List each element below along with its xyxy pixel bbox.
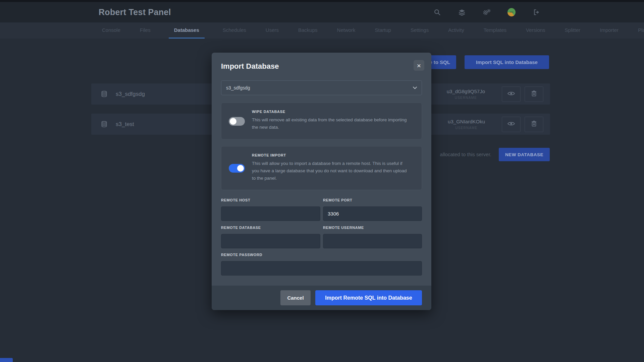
database-name: s3_test [116, 121, 134, 128]
app-root: Robert Test Panel Console Files Database… [0, 0, 644, 362]
close-icon[interactable]: × [414, 60, 424, 71]
header-bar: Robert Test Panel [0, 2, 644, 22]
remote-username-label: REMOTE USERNAME [323, 226, 364, 230]
remote-password-input[interactable] [221, 261, 422, 276]
wipe-database-option: WIPE DATABASE This will remove all exist… [221, 103, 422, 139]
modal-title: Import Database [221, 62, 279, 71]
import-remote-sql-button[interactable]: Import Remote SQL into Database [315, 290, 422, 305]
tab-activity[interactable]: Activity [447, 22, 466, 39]
import-database-modal: Import Database × s3_sdfgsdg WIPE DATABA… [212, 53, 431, 310]
remote-port-input[interactable] [323, 206, 422, 221]
tab-settings[interactable]: Settings [409, 22, 430, 39]
trash-icon [531, 121, 537, 128]
import-sql-into-database-button[interactable]: Import SQL into Database [465, 55, 549, 69]
toggle-knob [230, 118, 236, 125]
database-username: u3_dG8g9Q57Jo [447, 88, 485, 94]
trash-icon [531, 90, 537, 98]
tab-users[interactable]: Users [264, 22, 280, 39]
database-select[interactable]: s3_sdfgsdg [221, 80, 422, 95]
remote-database-label: REMOTE DATABASE [221, 226, 261, 230]
wipe-database-description: This will remove all existing data from … [252, 116, 413, 131]
database-select-value: s3_sdfgsdg [226, 85, 250, 90]
toggle-knob [237, 165, 244, 172]
panel-title: Robert Test Panel [99, 2, 171, 22]
header-icons [433, 2, 540, 22]
delete-database-button[interactable] [525, 117, 543, 132]
tab-splitter[interactable]: Splitter [564, 22, 582, 39]
tab-files[interactable]: Files [139, 22, 152, 39]
database-name: s3_sdfgsdg [116, 91, 145, 98]
eye-icon [507, 91, 515, 97]
remote-import-option: REMOTE IMPORT This will allow you to imp… [221, 146, 422, 190]
remote-import-description: This will allow you to import a database… [252, 160, 409, 182]
remote-port-label: REMOTE PORT [323, 198, 352, 202]
new-database-button[interactable]: NEW DATABASE [499, 148, 550, 161]
tab-versions[interactable]: Versions [525, 22, 547, 39]
tab-players[interactable]: Players [637, 22, 644, 39]
remote-database-input[interactable] [221, 234, 320, 248]
row-actions: u3_dG8g9Q57Jo USERNAME [447, 86, 543, 102]
avatar-image [507, 8, 516, 16]
tab-schedules[interactable]: Schedules [221, 22, 248, 39]
modal-footer: Cancel Import Remote SQL into Database [212, 286, 431, 310]
eye-icon [507, 121, 515, 127]
nav-tabs: Console Files Databases Schedules Users … [0, 22, 644, 39]
tab-console[interactable]: Console [101, 22, 122, 39]
username-label: USERNAME [448, 126, 485, 130]
sign-out-icon[interactable] [532, 8, 540, 16]
tab-templates[interactable]: Templates [482, 22, 508, 39]
database-icon [101, 91, 107, 98]
row-actions: u3_GNIardKOku USERNAME [448, 117, 543, 132]
database-user: u3_dG8g9Q57Jo USERNAME [447, 88, 485, 100]
gears-icon[interactable] [483, 8, 491, 16]
remote-host-input[interactable] [221, 206, 320, 221]
cancel-button[interactable]: Cancel [280, 290, 311, 305]
remote-password-label: REMOTE PASSWORD [221, 253, 262, 257]
search-icon[interactable] [433, 8, 441, 16]
bottom-left-fragment [0, 358, 13, 362]
tab-databases[interactable]: Databases [169, 22, 205, 39]
chevron-down-icon [413, 86, 417, 89]
user-avatar[interactable] [507, 8, 516, 16]
database-icon [101, 121, 107, 128]
delete-database-button[interactable] [525, 86, 543, 102]
remote-import-toggle[interactable] [229, 164, 245, 173]
tab-importer[interactable]: Importer [598, 22, 620, 39]
view-password-button[interactable] [502, 86, 521, 102]
remote-import-label: REMOTE IMPORT [252, 153, 286, 157]
wipe-database-label: WIPE DATABASE [252, 110, 285, 114]
layers-icon[interactable] [458, 8, 466, 16]
wipe-database-toggle[interactable] [229, 117, 245, 126]
allocation-note: allocated to this server. [426, 152, 491, 157]
database-username: u3_GNIardKOku [448, 119, 485, 124]
view-password-button[interactable] [502, 117, 521, 132]
tab-network[interactable]: Network [336, 22, 357, 39]
tab-backups[interactable]: Backups [297, 22, 319, 39]
username-label: USERNAME [447, 96, 485, 100]
remote-host-label: REMOTE HOST [221, 198, 250, 202]
tab-startup[interactable]: Startup [374, 22, 392, 39]
remote-username-input[interactable] [323, 234, 422, 248]
database-user: u3_GNIardKOku USERNAME [448, 119, 485, 130]
